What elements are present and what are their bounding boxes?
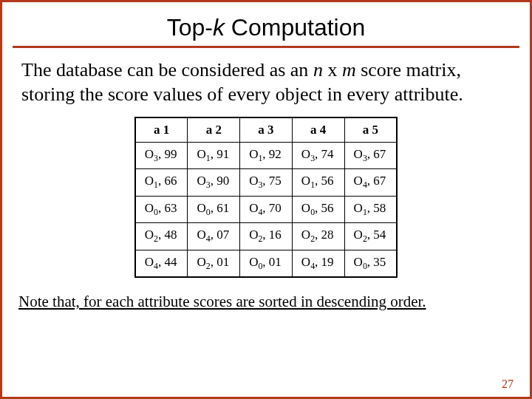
- slide-frame: Top-k Computation The database can be co…: [0, 0, 532, 399]
- table-header-row: a 1 a 2 a 3 a 4 a 5: [135, 117, 398, 143]
- table-cell: O0, 63: [135, 196, 188, 222]
- col-header: a 4: [292, 117, 344, 143]
- col-header: a 2: [188, 117, 240, 143]
- table-cell: O3, 67: [344, 143, 397, 169]
- title-divider: [13, 46, 519, 48]
- table-cell: O1, 66: [135, 169, 188, 196]
- body-paragraph: The database can be considered as an n x…: [21, 58, 512, 106]
- table-cell: O1, 58: [344, 196, 397, 222]
- table-cell: O4, 44: [135, 250, 188, 277]
- table-cell: O0, 35: [344, 250, 397, 277]
- para-seg-2: x: [323, 59, 342, 81]
- title-pre: Top-: [167, 14, 213, 41]
- para-seg-1: The database can be considered as an: [21, 59, 313, 81]
- page-number: 27: [502, 378, 514, 391]
- table-row: O2, 48 O4, 07 O2, 16 O2, 28 O2, 54: [135, 223, 398, 250]
- title-k: k: [213, 14, 225, 41]
- table-cell: O2, 16: [240, 223, 293, 250]
- table-cell: O4, 07: [188, 223, 240, 250]
- table-cell: O1, 56: [292, 169, 344, 196]
- col-header: a 3: [240, 117, 293, 143]
- col-header: a 5: [344, 117, 397, 143]
- para-n: n: [313, 59, 323, 81]
- footnote: Note that, for each attribute scores are…: [18, 293, 514, 311]
- table-cell: O0, 01: [240, 250, 293, 277]
- table-cell: O1, 91: [188, 143, 240, 169]
- table-row: O0, 63 O0, 61 O4, 70 O0, 56 O1, 58: [135, 196, 398, 222]
- title-post: Computation: [225, 14, 365, 41]
- slide-title: Top-k Computation: [17, 14, 515, 41]
- table-cell: O3, 99: [135, 143, 188, 169]
- col-header: a 1: [135, 117, 188, 143]
- table-cell: O4, 70: [240, 196, 293, 222]
- table-container: a 1 a 2 a 3 a 4 a 5 O3, 99 O1, 91 O1, 92…: [17, 117, 515, 278]
- table-cell: O2, 28: [292, 223, 344, 250]
- table-cell: O0, 56: [292, 196, 344, 222]
- table-cell: O2, 48: [135, 223, 188, 250]
- table-cell: O3, 75: [240, 169, 293, 196]
- table-cell: O2, 01: [188, 250, 240, 277]
- table-cell: O3, 74: [292, 143, 344, 169]
- table-row: O3, 99 O1, 91 O1, 92 O3, 74 O3, 67: [135, 143, 398, 169]
- para-m: m: [342, 59, 356, 81]
- table-cell: O0, 61: [188, 196, 240, 222]
- table-cell: O3, 90: [188, 169, 240, 196]
- table-cell: O2, 54: [344, 223, 397, 250]
- table-cell: O4, 19: [292, 250, 344, 277]
- score-matrix-table: a 1 a 2 a 3 a 4 a 5 O3, 99 O1, 91 O1, 92…: [134, 117, 398, 278]
- table-cell: O1, 92: [240, 143, 293, 169]
- table-cell: O4, 67: [344, 169, 397, 196]
- table-row: O4, 44 O2, 01 O0, 01 O4, 19 O0, 35: [135, 250, 398, 277]
- table-row: O1, 66 O3, 90 O3, 75 O1, 56 O4, 67: [135, 169, 398, 196]
